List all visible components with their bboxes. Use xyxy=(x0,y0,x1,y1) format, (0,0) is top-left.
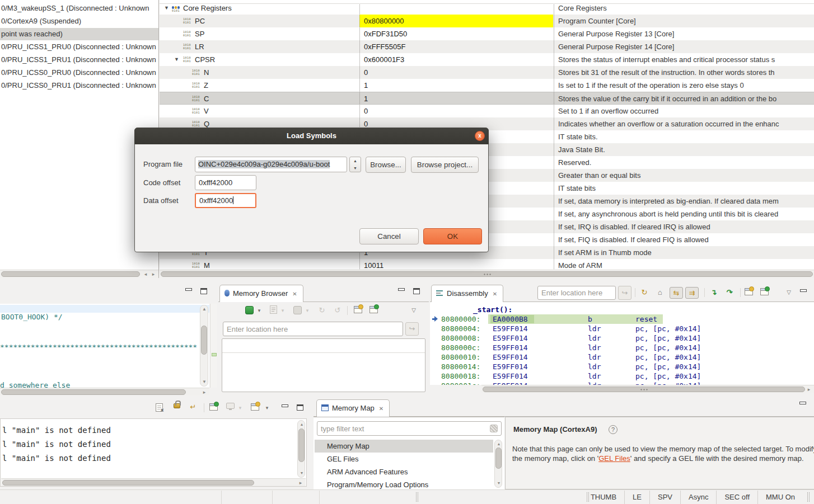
expand-triangle-icon[interactable]: ▼ xyxy=(174,53,179,66)
disassembly-location-input[interactable] xyxy=(537,286,616,300)
maximize-icon[interactable] xyxy=(200,288,207,294)
ok-button[interactable]: OK xyxy=(423,228,482,244)
sync-with-pc-toggle-icon[interactable] xyxy=(670,287,683,299)
scroll-right-arrow-icon[interactable] xyxy=(297,479,305,487)
editor-annotation-marker[interactable] xyxy=(212,353,217,356)
debug-target-row[interactable]: point was reached) xyxy=(0,28,158,40)
console-output[interactable]: l "main" is not definedl "main" is not d… xyxy=(0,418,307,487)
registers-hscrollbar[interactable] xyxy=(160,270,814,278)
console-vscrollbar[interactable]: ▲ ▼ xyxy=(297,420,305,478)
register-row-cpsr[interactable]: ▼10100101CPSR0x600001F3Stores the status… xyxy=(160,53,814,66)
disassembly-row[interactable]: 80800010:E59FF014ldrpc, [pc, #0x14] xyxy=(430,352,814,362)
register-row-sp[interactable]: 10100101SP0xFDF31D50General Purpose Regi… xyxy=(160,27,814,40)
filter-input[interactable] xyxy=(317,421,502,436)
register-row-core-registers[interactable]: ▼0101Core RegistersCore Registers xyxy=(160,2,814,15)
scroll-thumb[interactable] xyxy=(2,480,254,486)
memory-map-section-gel-files[interactable]: GEL Files xyxy=(315,453,493,465)
pin-view-icon[interactable] xyxy=(369,306,378,313)
debug-target-row[interactable]: 0/M3_wakeupSS_1 (Disconnected : Unknown xyxy=(0,2,158,15)
new-tab-icon[interactable] xyxy=(354,306,362,313)
scroll-thumb[interactable] xyxy=(495,448,502,469)
statusbar-drag-handle[interactable] xyxy=(416,492,418,502)
console-hscrollbar[interactable] xyxy=(1,478,306,486)
code-offset-input[interactable] xyxy=(195,175,256,190)
expand-triangle-icon[interactable]: ▼ xyxy=(164,2,169,15)
minimize-icon[interactable] xyxy=(281,404,288,411)
clear-filter-icon[interactable] xyxy=(490,425,498,432)
scroll-thumb[interactable] xyxy=(483,387,805,392)
disassembly-row[interactable]: 8080001c:E59FF014ldrpc, [pc, #0x14] xyxy=(430,381,814,385)
register-row-n[interactable]: 10100101N0Stores bit 31 of the result of… xyxy=(160,66,814,79)
register-row-v[interactable]: 10100101V0Set to 1 if an overflow occurr… xyxy=(160,105,814,117)
register-row-c[interactable]: 10100101C1Stores the value of the carry … xyxy=(160,92,814,105)
step-into-icon[interactable] xyxy=(709,288,719,298)
word-wrap-icon[interactable] xyxy=(188,402,198,412)
home-icon[interactable] xyxy=(655,288,665,298)
debug-target-row[interactable]: 0/PRU_ICSS0_PRU1 (Disconnected : Unknown xyxy=(0,79,158,92)
close-dialog-icon[interactable]: x xyxy=(475,131,485,141)
refresh-view-icon[interactable] xyxy=(639,288,649,298)
scroll-right-arrow-icon[interactable] xyxy=(805,385,813,393)
description-column-separator[interactable] xyxy=(554,4,554,269)
load-memory-dropdown-icon[interactable] xyxy=(256,305,262,315)
register-row-pc[interactable]: 10100101PC0x80800000Program Counter [Cor… xyxy=(160,15,814,27)
statusbar-drag-handle[interactable] xyxy=(807,492,810,502)
tab-disassembly[interactable]: Disassembly✕ xyxy=(431,285,503,302)
disassembly-row[interactable]: 80800014:E59FF014ldrpc, [pc, #0x14] xyxy=(430,362,814,371)
close-tab-icon[interactable]: ✕ xyxy=(493,291,497,297)
load-memory-icon[interactable] xyxy=(245,306,254,314)
open-console-icon[interactable] xyxy=(251,403,259,411)
editor-overview-ruler[interactable] xyxy=(210,304,217,388)
help-icon[interactable]: ? xyxy=(609,425,617,434)
editor-hscrollbar[interactable] xyxy=(0,388,209,395)
minimize-icon[interactable] xyxy=(799,402,806,408)
sidebar-vscrollbar[interactable]: ▲ ▼ xyxy=(494,440,502,488)
close-tab-icon[interactable]: ✕ xyxy=(292,291,297,297)
scroll-right-arrow-icon[interactable] xyxy=(200,388,208,396)
browse-project-button[interactable]: Browse project... xyxy=(411,157,479,173)
minimize-icon[interactable] xyxy=(397,288,405,294)
memory-map-section-arm-advanced-features[interactable]: ARM Advanced Features xyxy=(315,465,493,478)
disassembly-row[interactable]: 80800018:E59FF014ldrpc, [pc, #0x14] xyxy=(430,371,814,381)
debug-target-row[interactable]: 0/PRU_ICSS0_PRU0 (Disconnected : Unknown xyxy=(0,67,158,79)
scroll-lock-icon[interactable] xyxy=(174,403,180,408)
memory-browser-content[interactable] xyxy=(222,338,425,392)
scroll-thumb[interactable] xyxy=(161,271,813,277)
scroll-thumb[interactable] xyxy=(1,271,140,277)
scroll-thumb[interactable] xyxy=(1,389,186,395)
debug-target-row[interactable]: 0/PRU_ICSS1_PRU1 (Disconnected : Unknown xyxy=(0,54,158,66)
dialog-titlebar[interactable]: Load Symbols x xyxy=(134,128,489,144)
program-file-spinner[interactable]: ▲▼ xyxy=(349,157,361,172)
scroll-right-arrow-icon[interactable] xyxy=(149,270,157,278)
disassembly-row[interactable]: 8080000c:E59FF014ldrpc, [pc, #0x14] xyxy=(430,343,814,352)
disassembly-content[interactable]: _start(): 80800000:EA0000B8breset8080000… xyxy=(430,302,814,385)
debug-target-row[interactable]: 0/PRU_ICSS1_PRU0 (Disconnected : Unknown xyxy=(0,41,158,53)
register-row-lr[interactable]: 10100101LR0xFFF5505FGeneral Purpose Regi… xyxy=(160,40,814,53)
pin-view-icon[interactable] xyxy=(760,288,769,295)
open-console-dropdown-icon[interactable] xyxy=(264,403,270,413)
new-view-icon[interactable] xyxy=(745,288,753,295)
disassembly-row[interactable]: 80800008:E59FF014ldrpc, [pc, #0x14] xyxy=(430,333,814,343)
disassembly-row[interactable]: 80800000:EA0000B8breset xyxy=(430,314,814,324)
gel-files-link[interactable]: GEL Files xyxy=(598,454,630,463)
scroll-thumb[interactable] xyxy=(298,428,305,462)
debug-panel-hscrollbar[interactable] xyxy=(0,270,158,278)
view-menu-icon[interactable] xyxy=(409,305,419,315)
pin-console-icon[interactable] xyxy=(209,403,218,411)
debug-target-row[interactable]: 0/CortexA9 (Suspended) xyxy=(0,15,158,27)
program-file-combo[interactable]: OINC+029e4c009a-g029e4c009a/u-boot xyxy=(195,157,347,172)
location-input[interactable] xyxy=(223,322,403,336)
disassembly-row[interactable]: 80800004:E59FF014ldrpc, [pc, #0x14] xyxy=(430,324,814,333)
browse-button[interactable]: Browse... xyxy=(366,157,406,173)
clear-console-icon[interactable] xyxy=(156,403,163,412)
disassembly-hscrollbar[interactable] xyxy=(481,385,814,393)
minimize-icon[interactable] xyxy=(185,288,192,294)
tab-memory-browser[interactable]: Memory Browser✕ xyxy=(219,285,303,302)
follow-pc-toggle-icon[interactable] xyxy=(685,287,699,299)
editor-vscrollbar[interactable]: ▲ ▼ xyxy=(200,305,208,387)
maximize-icon[interactable] xyxy=(297,404,303,411)
register-row-z[interactable]: 10100101Z1Is set to 1 if the result of t… xyxy=(160,79,814,92)
memory-map-section-memory-map[interactable]: Memory Map xyxy=(315,440,493,453)
scroll-thumb[interactable] xyxy=(201,326,207,355)
source-editor[interactable]: BOOT0_HOOK) */ *************************… xyxy=(0,304,209,388)
